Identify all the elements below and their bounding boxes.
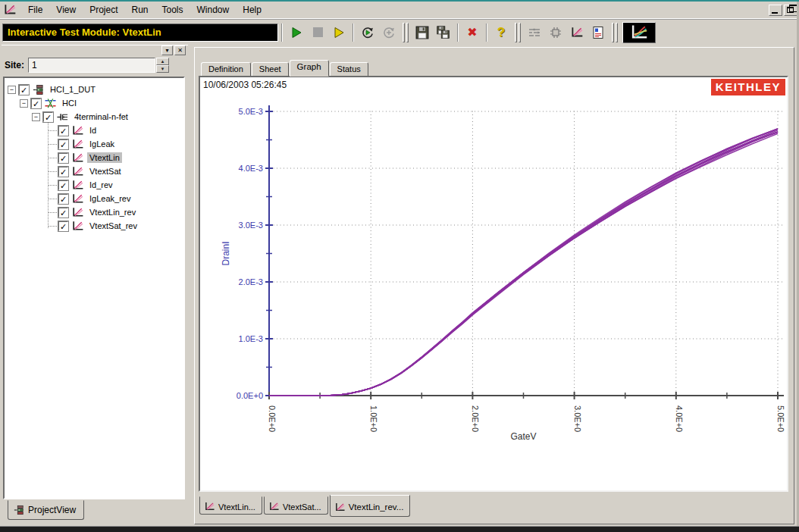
svg-text:1.0E+0: 1.0E+0 xyxy=(369,405,378,432)
checkbox-checked[interactable]: ✓ xyxy=(58,180,68,190)
graph-button[interactable] xyxy=(567,23,587,42)
project-navigator-panel: ▾ ✕ Site: 1 ▲ ▼ − ✓ HCI_1_DUT − ✓ HCI xyxy=(2,45,188,524)
tab-vtextlin[interactable]: VtextLin... xyxy=(199,496,262,515)
graph-area: 10/06/2003 05:26:45 KEITHLEY 0.0E+01.0E-… xyxy=(199,76,788,492)
idvg-plot: 0.0E+01.0E-32.0E-33.0E-34.0E-35.0E-30.0E… xyxy=(200,77,787,490)
tree-connector xyxy=(49,171,57,172)
tree-item-id-rev[interactable]: ✓ Id_rev xyxy=(5,178,183,192)
menu-window[interactable]: Window xyxy=(190,3,237,17)
graph-timestamp: 10/06/2003 05:26:45 xyxy=(203,80,287,90)
panel-menu-button[interactable]: ▾ xyxy=(161,45,173,55)
tree-item-id[interactable]: ✓ Id xyxy=(5,124,183,137)
toolbar-separator xyxy=(352,23,354,42)
collapse-toggle-icon[interactable]: − xyxy=(8,86,16,94)
hci-icon xyxy=(44,98,57,109)
spinner-down-button[interactable]: ▼ xyxy=(156,65,169,73)
menu-view[interactable]: View xyxy=(49,3,83,17)
checkbox-checked[interactable]: ✓ xyxy=(43,112,53,122)
keithley-logo: KEITHLEY xyxy=(711,79,785,95)
tab-sheet[interactable]: Sheet xyxy=(252,62,289,77)
svg-text:3.0E+0: 3.0E+0 xyxy=(573,405,582,432)
append-run-icon xyxy=(332,26,346,39)
save-all-button[interactable] xyxy=(434,23,453,42)
checkbox-checked[interactable]: ✓ xyxy=(31,99,41,108)
checkbox-checked[interactable]: ✓ xyxy=(19,85,29,95)
collapse-toggle-icon[interactable]: − xyxy=(32,113,40,121)
checkbox-checked[interactable]: ✓ xyxy=(58,194,68,204)
report-icon xyxy=(591,26,605,39)
tab-vtextsat[interactable]: VtextSat... xyxy=(264,496,328,515)
stop-button[interactable] xyxy=(308,23,327,42)
tab-graph[interactable]: Graph xyxy=(290,60,329,77)
checkbox-checked[interactable]: ✓ xyxy=(58,139,68,149)
tab-definition[interactable]: Definition xyxy=(201,62,251,77)
checkbox-checked[interactable]: ✓ xyxy=(58,208,68,217)
fet-icon xyxy=(56,111,69,123)
append-run-button[interactable] xyxy=(329,23,349,42)
tab-status[interactable]: Status xyxy=(330,62,368,77)
tree-connector xyxy=(49,158,57,158)
spinner-up-button[interactable]: ▲ xyxy=(156,58,169,65)
stop-icon xyxy=(313,27,323,37)
minimize-button[interactable] xyxy=(769,5,782,16)
graph-view-button[interactable] xyxy=(622,22,656,43)
tree-item-vtextsat[interactable]: ✓ VtextSat xyxy=(5,164,183,178)
tree-item-vtextlin[interactable]: ✓ VtextLin xyxy=(5,151,183,164)
tree-connector xyxy=(49,226,57,227)
tree-item-4terminal-n-fet[interactable]: − ✓ 4terminal-n-fet xyxy=(5,110,183,124)
tree-connector xyxy=(49,185,57,186)
tab-vtextlin-rev[interactable]: VtextLin_rev... xyxy=(330,495,411,517)
tree-connector xyxy=(49,130,57,131)
run-loop-button[interactable] xyxy=(358,23,378,42)
test-graph-icon xyxy=(71,207,84,218)
menu-file[interactable]: File xyxy=(21,3,49,17)
menu-help[interactable]: Help xyxy=(236,3,268,17)
panel-close-button[interactable]: ✕ xyxy=(174,45,186,55)
test-graph-icon xyxy=(71,139,84,150)
tree-item-hci[interactable]: − ✓ HCI xyxy=(5,96,183,110)
svg-text:0.0E+0: 0.0E+0 xyxy=(237,391,263,400)
checkbox-checked[interactable]: ✓ xyxy=(58,153,68,163)
checkbox-checked[interactable]: ✓ xyxy=(58,126,68,136)
report-button[interactable] xyxy=(588,23,608,42)
help-button[interactable]: ? xyxy=(491,23,511,42)
svg-text:1.0E-3: 1.0E-3 xyxy=(239,334,263,343)
menu-run[interactable]: Run xyxy=(125,3,155,17)
tree-connector xyxy=(49,199,57,199)
svg-text:5.0E-3: 5.0E-3 xyxy=(239,107,263,116)
checkbox-checked[interactable]: ✓ xyxy=(58,221,68,231)
tree-item-igleak[interactable]: ✓ IgLeak xyxy=(5,137,183,151)
run-loop-disabled-button[interactable] xyxy=(379,23,399,42)
svg-text:3.0E-3: 3.0E-3 xyxy=(239,221,263,230)
tree-item-label: HCI_1_DUT xyxy=(48,84,98,95)
tree-item-hci-1-dut[interactable]: − ✓ HCI_1_DUT xyxy=(5,83,183,96)
tree-item-vtextsat-rev[interactable]: ✓ VtextSat_rev xyxy=(5,219,183,233)
test-graph-icon xyxy=(71,193,84,205)
delete-button[interactable]: ✖ xyxy=(462,23,482,42)
save-button[interactable] xyxy=(412,23,432,42)
run-button[interactable] xyxy=(287,23,306,42)
projectview-label: ProjectView xyxy=(28,505,76,515)
menu-tools[interactable]: Tools xyxy=(155,3,190,17)
tab-label: VtextSat... xyxy=(283,502,321,512)
collapse-toggle-icon[interactable]: − xyxy=(20,99,28,108)
run-loop-icon xyxy=(361,26,374,39)
svg-text:DrainI: DrainI xyxy=(221,241,231,265)
restore-button[interactable] xyxy=(784,5,797,16)
checkbox-checked[interactable]: ✓ xyxy=(58,167,68,177)
tree-item-igleak-rev[interactable]: ✓ IgLeak_rev xyxy=(5,192,183,205)
svg-text:0.0E+0: 0.0E+0 xyxy=(268,405,277,432)
connect-button[interactable] xyxy=(525,23,544,42)
panel-header: ▾ ✕ xyxy=(2,45,188,55)
site-input[interactable]: 1 xyxy=(28,58,155,73)
device-button[interactable] xyxy=(546,23,566,42)
run-loop-disabled-icon xyxy=(382,26,396,39)
minimize-icon xyxy=(772,12,778,14)
test-module-panel: Definition Sheet Graph Status 10/06/2003… xyxy=(194,47,794,524)
projectview-icon xyxy=(13,505,25,515)
tree-item-vtextlin-rev[interactable]: ✓ VtextLin_rev xyxy=(5,205,183,219)
menu-project[interactable]: Project xyxy=(83,3,124,17)
tab-projectview[interactable]: ProjectView xyxy=(8,500,84,520)
app-graph-icon xyxy=(3,4,17,16)
connect-icon xyxy=(528,26,541,39)
